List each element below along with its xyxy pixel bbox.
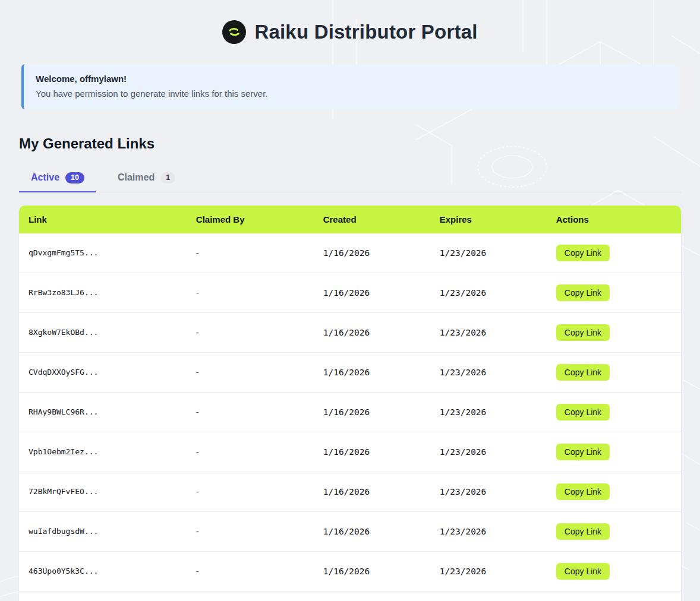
table-row: 72BkMrQFvFEO... - 1/16/2026 1/23/2026 Co… (19, 472, 681, 511)
expires-date: 1/23/2026 (430, 312, 547, 352)
table-row: qDvxgmFmg5T5... - 1/16/2026 1/23/2026 Co… (19, 233, 681, 273)
table-row: wuIafdbugsdW... - 1/16/2026 1/23/2026 Co… (19, 511, 681, 551)
column-header-link: Link (19, 205, 187, 233)
copy-link-button[interactable]: Copy Link (556, 245, 610, 261)
copy-link-button[interactable]: Copy Link (556, 523, 610, 540)
page-title: Raiku Distributor Portal (254, 21, 477, 43)
page: Raiku Distributor Portal Welcome, offmyl… (0, 0, 700, 601)
claimed-by-value: - (187, 511, 314, 551)
tab-active-count-badge: 10 (65, 172, 84, 184)
created-date: 1/16/2026 (314, 432, 430, 472)
claimed-by-value: - (187, 233, 314, 273)
tab-active[interactable]: Active 10 (19, 167, 96, 192)
tab-claimed-count-badge: 1 (160, 172, 175, 184)
link-code: wuIafdbugsdW... (19, 511, 187, 551)
expires-date: 1/23/2026 (430, 472, 547, 511)
expires-date: 1/23/2026 (430, 432, 547, 472)
app-header: Raiku Distributor Portal (19, 0, 681, 62)
link-code: RrBw3zo83LJ6... (19, 273, 187, 312)
expires-date: 1/23/2026 (430, 352, 547, 392)
links-table: Link Claimed By Created Expires Actions … (19, 205, 681, 601)
link-code: y8qn27AlMAR7... (19, 591, 187, 601)
copy-link-button[interactable]: Copy Link (556, 563, 610, 580)
claimed-by-value: - (187, 472, 314, 511)
copy-link-button[interactable]: Copy Link (556, 404, 610, 420)
expires-date: 1/23/2026 (430, 511, 547, 551)
column-header-actions: Actions (547, 205, 681, 233)
tab-claimed[interactable]: Claimed 1 (106, 167, 187, 192)
column-header-expires: Expires (430, 205, 547, 233)
links-table-card: Link Claimed By Created Expires Actions … (19, 205, 681, 601)
copy-link-button[interactable]: Copy Link (556, 483, 610, 500)
table-row: CVdqDXXOySFG... - 1/16/2026 1/23/2026 Co… (19, 352, 681, 392)
expires-date: 1/23/2026 (430, 591, 547, 601)
table-row: 8XgkoW7EkOBd... - 1/16/2026 1/23/2026 Co… (19, 312, 681, 352)
claimed-by-value: - (187, 432, 314, 472)
created-date: 1/16/2026 (314, 352, 430, 392)
claimed-by-value: - (187, 273, 314, 312)
copy-link-button[interactable]: Copy Link (556, 324, 610, 341)
welcome-title: Welcome, offmylawn! (36, 74, 667, 84)
created-date: 1/16/2026 (314, 233, 430, 273)
link-code: RHAy9BWLC96R... (19, 392, 187, 432)
created-date: 1/16/2026 (314, 312, 430, 352)
created-date: 1/16/2026 (314, 591, 430, 601)
expires-date: 1/23/2026 (430, 233, 547, 273)
expires-date: 1/23/2026 (430, 392, 547, 432)
tab-bar: Active 10 Claimed 1 (19, 167, 681, 192)
column-header-claimed-by: Claimed By (187, 205, 314, 233)
created-date: 1/16/2026 (314, 511, 430, 551)
copy-link-button[interactable]: Copy Link (556, 364, 610, 381)
link-code: CVdqDXXOySFG... (19, 352, 187, 392)
claimed-by-value: - (187, 352, 314, 392)
claimed-by-value: - (187, 392, 314, 432)
table-row: RHAy9BWLC96R... - 1/16/2026 1/23/2026 Co… (19, 392, 681, 432)
created-date: 1/16/2026 (314, 392, 430, 432)
expires-date: 1/23/2026 (430, 273, 547, 312)
column-header-created: Created (314, 205, 430, 233)
claimed-by-value: - (187, 591, 314, 601)
link-code: 72BkMrQFvFEO... (19, 472, 187, 511)
created-date: 1/16/2026 (314, 273, 430, 312)
tab-claimed-label: Claimed (118, 172, 154, 183)
link-code: qDvxgmFmg5T5... (19, 233, 187, 273)
link-code: Vpb1Oebm2Iez... (19, 432, 187, 472)
copy-link-button[interactable]: Copy Link (556, 284, 610, 301)
section-title: My Generated Links (19, 135, 681, 152)
table-row: Vpb1Oebm2Iez... - 1/16/2026 1/23/2026 Co… (19, 432, 681, 472)
claimed-by-value: - (187, 551, 314, 591)
welcome-banner: Welcome, offmylawn! You have permission … (21, 64, 679, 109)
claimed-by-value: - (187, 312, 314, 352)
link-code: 8XgkoW7EkOBd... (19, 312, 187, 352)
tab-active-label: Active (31, 172, 59, 183)
link-code: 463Upo0Y5k3C... (19, 551, 187, 591)
welcome-subtitle: You have permission to generate invite l… (36, 88, 667, 99)
table-header-row: Link Claimed By Created Expires Actions (19, 205, 681, 233)
created-date: 1/16/2026 (314, 551, 430, 591)
copy-link-button[interactable]: Copy Link (556, 444, 610, 460)
expires-date: 1/23/2026 (430, 551, 547, 591)
table-row: RrBw3zo83LJ6... - 1/16/2026 1/23/2026 Co… (19, 273, 681, 312)
table-row: y8qn27AlMAR7... - 1/16/2026 1/23/2026 Co… (19, 591, 681, 601)
table-row: 463Upo0Y5k3C... - 1/16/2026 1/23/2026 Co… (19, 551, 681, 591)
raiku-logo-icon (222, 20, 246, 44)
created-date: 1/16/2026 (314, 472, 430, 511)
